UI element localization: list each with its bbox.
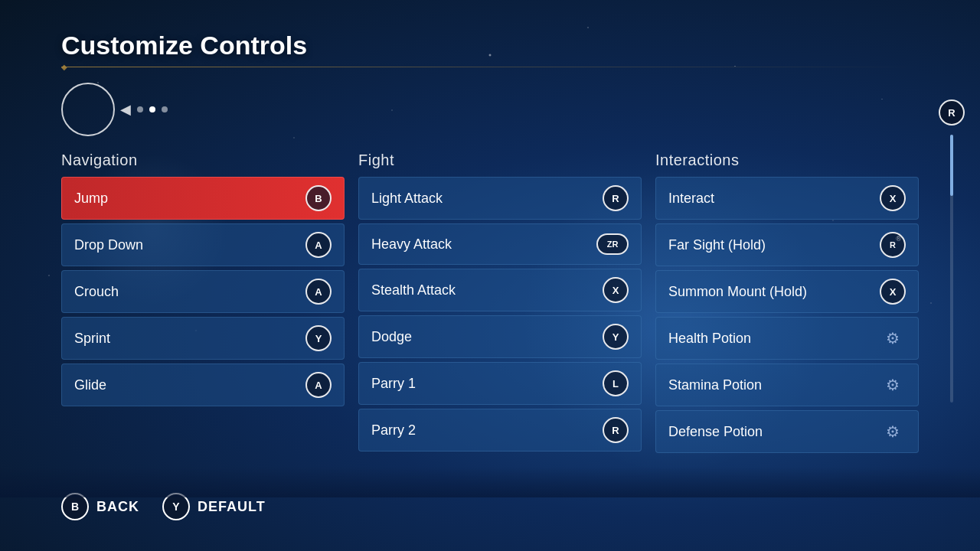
title-divider [61, 67, 919, 67]
tab-circle[interactable]: ◀ [61, 83, 115, 136]
potion-icon-health: ⚙ [886, 329, 900, 347]
control-row-heavy-attack[interactable]: Heavy Attack ZR [358, 223, 642, 265]
tab-arrow-left: ◀ [120, 101, 131, 118]
btn-badge-y-sprint: Y [305, 325, 332, 351]
btn-badge-a-dropdown: A [305, 232, 332, 258]
control-row-summon-mount[interactable]: Summon Mount (Hold) X [655, 270, 919, 313]
btn-badge-x-stealth: X [603, 277, 629, 303]
bottom-bar: B BACK Y DEFAULT [61, 481, 919, 520]
page-title: Customize Controls [61, 31, 919, 60]
scroll-thumb [950, 135, 953, 196]
btn-badge-x-summon: X [880, 279, 906, 305]
r-badge: R [939, 99, 965, 126]
control-row-sprint[interactable]: Sprint Y [61, 317, 345, 360]
control-row-jump[interactable]: Jump B [61, 177, 345, 220]
btn-badge-l-parry1: L [603, 370, 629, 396]
back-badge: B [61, 493, 89, 520]
control-row-far-sight[interactable]: Far Sight (Hold) ® R [655, 223, 919, 266]
control-label-health-potion: Health Potion [668, 331, 751, 347]
col-header-fight: Fight [358, 152, 642, 169]
btn-badge-a-glide: A [305, 372, 332, 398]
interactions-column: Interact X Far Sight (Hold) ® R Summon M… [655, 177, 919, 481]
tab-dots: ◀ [120, 101, 168, 118]
potion-icon-stamina: ⚙ [886, 376, 900, 394]
main-content: Customize Controls ◀ Navigation Fight In… [0, 0, 980, 551]
default-label: DEFAULT [198, 499, 266, 515]
columns-header: Navigation Fight Interactions [61, 152, 919, 169]
control-row-health-potion[interactable]: Health Potion ⚙ [655, 317, 919, 360]
control-label-sprint: Sprint [74, 331, 110, 347]
control-row-defense-potion[interactable]: Defense Potion ⚙ [655, 410, 919, 453]
columns-container: Jump B Drop Down A Crouch A Sprint Y Gli… [61, 177, 919, 481]
control-label-parry2: Parry 2 [371, 422, 416, 439]
control-label-heavy-attack: Heavy Attack [371, 236, 452, 253]
scroll-indicator: R [939, 99, 965, 403]
col-header-interactions: Interactions [655, 152, 919, 169]
btn-badge-y-dodge: Y [603, 324, 629, 350]
control-row-crouch[interactable]: Crouch A [61, 270, 345, 313]
col-header-navigation: Navigation [61, 152, 345, 169]
btn-badge-stamina-potion: ⚙ [880, 372, 906, 398]
control-row-light-attack[interactable]: Light Attack R [358, 177, 642, 220]
control-label-interact: Interact [668, 191, 714, 207]
back-button[interactable]: B BACK [61, 493, 139, 520]
btn-badge-a-crouch: A [305, 279, 332, 305]
btn-badge-r-farsight: ® R [880, 232, 906, 258]
control-row-glide[interactable]: Glide A [61, 364, 345, 406]
control-label-stealth-attack: Stealth Attack [371, 282, 456, 298]
control-label-light-attack: Light Attack [371, 191, 443, 207]
control-label-glide: Glide [74, 377, 106, 393]
btn-badge-b: B [305, 185, 332, 211]
control-label-far-sight: Far Sight (Hold) [668, 237, 766, 253]
scroll-bar[interactable] [950, 135, 953, 403]
control-label-dodge: Dodge [371, 329, 412, 345]
btn-badge-r-light: R [603, 185, 629, 211]
btn-badge-r-parry2: R [603, 417, 629, 443]
default-badge: Y [162, 493, 190, 520]
control-label-summon-mount: Summon Mount (Hold) [668, 284, 807, 300]
btn-badge-zr: ZR [596, 233, 629, 255]
control-row-dodge[interactable]: Dodge Y [358, 315, 642, 358]
control-label-jump: Jump [74, 191, 108, 207]
control-row-parry2[interactable]: Parry 2 R [358, 409, 642, 452]
tab-dot-2 [149, 106, 155, 112]
control-label-defense-potion: Defense Potion [668, 424, 763, 440]
control-row-parry1[interactable]: Parry 1 L [358, 362, 642, 405]
control-row-interact[interactable]: Interact X [655, 177, 919, 220]
btn-badge-health-potion: ⚙ [880, 325, 906, 351]
tab-dot-3 [162, 106, 168, 112]
back-label: BACK [96, 499, 139, 515]
control-label-stamina-potion: Stamina Potion [668, 377, 762, 393]
navigation-column: Jump B Drop Down A Crouch A Sprint Y Gli… [61, 177, 345, 481]
tab-dot-1 [137, 106, 143, 112]
control-row-stealth-attack[interactable]: Stealth Attack X [358, 269, 642, 311]
tabs-row: ◀ [61, 83, 919, 136]
fight-column: Light Attack R Heavy Attack ZR Stealth A… [358, 177, 642, 481]
control-row-stamina-potion[interactable]: Stamina Potion ⚙ [655, 364, 919, 406]
control-row-dropdown[interactable]: Drop Down A [61, 223, 345, 266]
potion-icon-defense: ⚙ [886, 422, 900, 441]
default-button[interactable]: Y DEFAULT [162, 493, 266, 520]
btn-badge-x-interact: X [880, 185, 906, 211]
control-label-crouch: Crouch [74, 284, 119, 300]
btn-badge-defense-potion: ⚙ [880, 419, 906, 445]
control-label-parry1: Parry 1 [371, 376, 416, 392]
control-label-dropdown: Drop Down [74, 237, 143, 253]
